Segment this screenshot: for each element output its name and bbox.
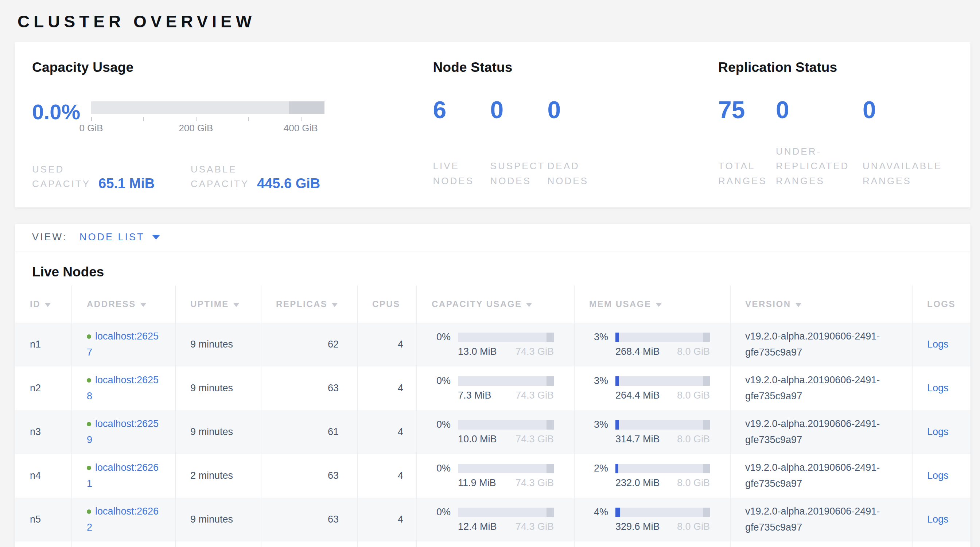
node-status-panel: Node Status 6 LIVE NODES 0 SUSPECT NODES… — [433, 60, 718, 191]
header-uptime[interactable]: UPTIME — [175, 286, 261, 323]
mem-usage-cell: 3% 268.4 MiB8.0 GiB — [589, 331, 730, 357]
node-status-title: Node Status — [433, 60, 718, 75]
capacity-usage-cell: 0% 7.3 MiB74.3 GiB — [432, 375, 574, 401]
sort-arrow-icon — [526, 303, 532, 307]
node-replicas: 63 — [261, 454, 357, 498]
node-replicas: 61 — [261, 410, 357, 454]
capacity-usage-panel: Capacity Usage 0.0% 0 GiB — [32, 60, 433, 191]
header-cpus: CPUS — [357, 286, 417, 323]
node-address-link[interactable]: localhost:26262 — [87, 506, 159, 533]
node-id: n5 — [15, 498, 72, 542]
sort-arrow-icon — [656, 303, 662, 307]
node-healthy-icon — [87, 334, 91, 339]
node-id: n4 — [15, 454, 72, 498]
mem-usage-cell: 4% 329.6 MiB8.0 GiB — [589, 507, 730, 533]
page-title: CLUSTER OVERVIEW — [18, 12, 970, 31]
usable-capacity-stat: USABLE CAPACITY 445.6 GiB — [191, 162, 349, 191]
under-replicated-ranges-stat: 0 UNDER-REPLICATED RANGES — [776, 98, 862, 188]
memory-bar — [616, 507, 710, 517]
mem-usage-cell: 2% 232.0 MiB8.0 GiB — [589, 463, 730, 489]
node-address-link[interactable]: localhost:26259 — [87, 418, 159, 445]
view-selector-dropdown[interactable]: NODE LIST — [80, 232, 160, 243]
node-uptime: 9 minutes — [175, 410, 261, 454]
node-address-link[interactable]: localhost:26257 — [87, 331, 159, 357]
capacity-bar — [458, 464, 554, 473]
total-ranges-label: TOTAL RANGES — [718, 159, 776, 188]
used-capacity-value: 65.1 MiB — [99, 177, 154, 190]
table-row: n5 localhost:26262 9 minutes 63 4 0% 12.… — [15, 498, 970, 542]
node-address-link[interactable]: localhost:26261 — [87, 462, 159, 489]
capacity-usage-title: Capacity Usage — [32, 60, 433, 75]
header-id[interactable]: ID — [15, 286, 72, 323]
axis-label-400: 400 GiB — [284, 122, 318, 134]
dead-nodes-label: DEAD NODES — [547, 159, 605, 188]
used-capacity-stat: USED CAPACITY 65.1 MiB — [32, 162, 191, 191]
logs-link[interactable]: Logs — [927, 514, 949, 525]
mem-usage-cell: 3% 314.7 MiB8.0 GiB — [589, 419, 730, 445]
capacity-usage-cell: 0% 13.0 MiB74.3 GiB — [432, 331, 574, 357]
mem-usage-cell: 3% 264.4 MiB8.0 GiB — [589, 375, 730, 401]
node-cpus: 4 — [357, 323, 417, 366]
logs-link[interactable]: Logs — [927, 339, 949, 350]
node-cpus: 4 — [357, 454, 417, 498]
sort-arrow-icon — [45, 303, 51, 307]
axis-label-200: 200 GiB — [179, 122, 213, 134]
capacity-bar — [458, 376, 554, 386]
node-id: n3 — [15, 410, 72, 454]
node-id: n2 — [15, 366, 72, 410]
replication-status-title: Replication Status — [718, 60, 954, 75]
sort-arrow-icon — [233, 303, 239, 307]
dead-nodes-stat: 0 DEAD NODES — [547, 98, 605, 188]
node-replicas: 63 — [261, 366, 357, 410]
table-row: n1 localhost:26257 9 minutes 62 4 0% 13.… — [15, 323, 970, 366]
memory-bar — [616, 376, 710, 386]
node-healthy-icon — [87, 422, 91, 426]
header-address[interactable]: ADDRESS — [72, 286, 175, 323]
sort-arrow-icon — [140, 303, 146, 307]
usable-capacity-label-line2: CAPACITY — [191, 177, 249, 191]
capacity-bar — [458, 332, 554, 342]
node-healthy-icon — [87, 509, 91, 514]
table-header-row: ID ADDRESS UPTIME REPLICAS CPUS CAPACITY… — [15, 286, 970, 323]
view-bar: VIEW: NODE LIST — [15, 224, 970, 251]
dead-nodes-value: 0 — [547, 98, 605, 122]
logs-link[interactable]: Logs — [927, 383, 949, 393]
node-cpus: 4 — [357, 498, 417, 542]
logs-link[interactable]: Logs — [927, 470, 949, 481]
node-version: v19.2.0-alpha.20190606-2491-gfe735c9a97 — [745, 504, 902, 535]
live-nodes-section-title: Live Nodes — [32, 264, 954, 280]
memory-bar — [616, 332, 710, 342]
unavailable-ranges-value: 0 — [862, 98, 954, 122]
cluster-overview-page: CLUSTER OVERVIEW Capacity Usage 0.0% — [0, 0, 980, 547]
usable-capacity-label-line1: USABLE — [191, 162, 249, 177]
overview-card: Capacity Usage 0.0% 0 GiB — [15, 42, 970, 207]
node-version: v19.2.0-alpha.20190606-2491-gfe735c9a97 — [745, 329, 902, 360]
header-capacity-usage[interactable]: CAPACITY USAGE — [417, 286, 574, 323]
memory-bar — [616, 464, 710, 473]
live-nodes-value: 6 — [433, 98, 490, 122]
header-replicas[interactable]: REPLICAS — [261, 286, 357, 323]
capacity-usage-cell: 0% 10.0 MiB74.3 GiB — [432, 419, 574, 445]
under-replicated-ranges-label: UNDER-REPLICATED RANGES — [776, 144, 862, 188]
node-address-link[interactable]: localhost:26258 — [87, 375, 159, 401]
logs-link[interactable]: Logs — [927, 426, 949, 437]
live-nodes-label: LIVE NODES — [433, 159, 490, 188]
capacity-axis-ticks — [91, 115, 325, 121]
node-version: v19.2.0-alpha.20190606-2491-gfe735c9a97 — [745, 372, 902, 404]
node-cpus: 4 — [357, 366, 417, 410]
view-label: VIEW: — [32, 232, 67, 243]
sort-arrow-icon — [795, 303, 801, 307]
view-selected-value: NODE LIST — [80, 232, 145, 243]
suspect-nodes-stat: 0 SUSPECT NODES — [490, 98, 547, 188]
chevron-down-icon — [152, 235, 160, 240]
used-capacity-label-line2: CAPACITY — [32, 177, 91, 191]
node-healthy-icon — [87, 378, 91, 383]
total-ranges-value: 75 — [718, 98, 776, 122]
header-logs: LOGS — [912, 286, 970, 323]
nodes-card: VIEW: NODE LIST Live Nodes ID ADDRESS UP… — [15, 224, 970, 547]
axis-label-0: 0 GiB — [79, 122, 103, 134]
header-version[interactable]: VERSION — [730, 286, 912, 323]
capacity-usage-cell: 0% 11.9 MiB74.3 GiB — [432, 463, 574, 489]
header-mem-usage[interactable]: MEM USAGE — [574, 286, 730, 323]
used-capacity-label-line1: USED — [32, 162, 91, 177]
